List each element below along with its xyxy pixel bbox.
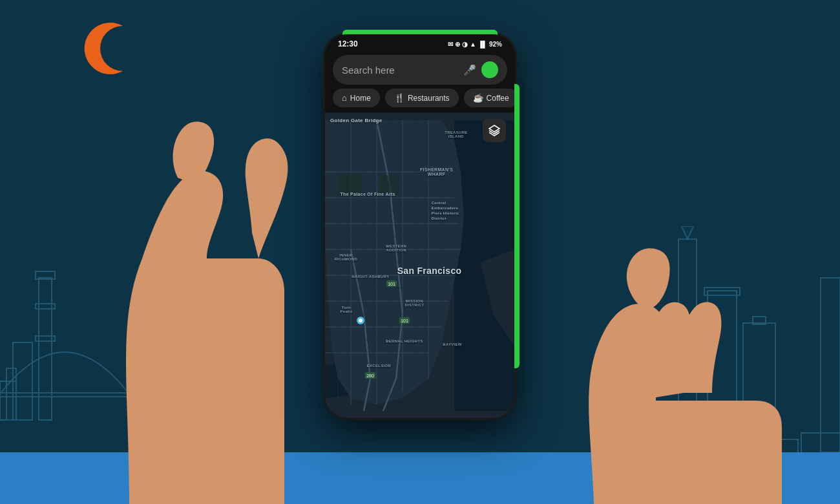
map-label-sf: San Francisco xyxy=(397,266,462,276)
status-icons: ✉ ⊕ ◑ ▲ ▐▌ 92% xyxy=(448,41,502,48)
chip-coffee[interactable]: ☕ Coffee xyxy=(464,89,515,107)
map-label-haight: HAIGHT-ASHBURY xyxy=(352,275,389,278)
map-label-gg-bridge: Golden Gate Bridge xyxy=(330,118,383,123)
svg-text:101: 101 xyxy=(401,319,408,323)
search-placeholder: Search here xyxy=(342,65,458,76)
chip-coffee-label: Coffee xyxy=(487,94,509,103)
map-label-western-addition: WESTERNADDITION xyxy=(386,244,406,252)
status-bar: 12:30 ✉ ⊕ ◑ ▲ ▐▌ 92% xyxy=(325,34,515,51)
svg-rect-24 xyxy=(821,278,840,452)
map-label-fishermans: FISHERMAN'SWHARF xyxy=(420,167,453,176)
map-label-embarcadero: CentralEmbarcaderoPiers HistoricDistrict xyxy=(432,201,459,221)
email-icon: ✉ xyxy=(448,41,453,48)
phone-screen: 12:30 ✉ ⊕ ◑ ▲ ▐▌ 92% Search here 🎤 xyxy=(325,34,515,418)
svg-rect-54 xyxy=(380,175,399,193)
search-bar[interactable]: Search here 🎤 xyxy=(333,55,507,85)
contrast-icon: ◑ xyxy=(462,41,468,48)
profile-button[interactable] xyxy=(481,61,498,78)
svg-text:101: 101 xyxy=(388,282,395,286)
chip-home[interactable]: ⌂ Home xyxy=(333,89,380,107)
map-label-bernal: BERNAL HEIGHTS xyxy=(386,339,423,343)
location-icon: ⊕ xyxy=(455,41,460,48)
wifi-icon: ▲ xyxy=(470,41,476,48)
signal-icon: ▐▌ xyxy=(478,41,487,48)
map-label-bayview: BAYVIEW xyxy=(443,342,462,346)
map-label-palace: The Palace Of Fine Arts xyxy=(341,192,395,196)
svg-point-56 xyxy=(359,319,362,322)
chip-restaurants-label: Restaurants xyxy=(408,94,450,103)
svg-text:280: 280 xyxy=(366,373,374,378)
restaurants-chip-icon: 🍴 xyxy=(394,93,404,103)
layers-button[interactable] xyxy=(483,119,506,142)
battery-text: 92% xyxy=(489,41,502,48)
map-label-inner-richmond: INNERRICHMOND xyxy=(335,253,357,261)
coffee-chip-icon: ☕ xyxy=(473,93,483,103)
left-hand xyxy=(78,65,349,504)
map-area[interactable]: 101 280 101 Golden Gate Bridge FISHERMAN… xyxy=(325,112,515,418)
map-label-treasure: TREASUREISLAND xyxy=(445,131,467,138)
map-label-twin-peaks: TwinPeaks xyxy=(341,306,353,313)
phone-outer: 12:30 ✉ ⊕ ◑ ▲ ▐▌ 92% Search here 🎤 xyxy=(323,32,517,420)
right-hand xyxy=(556,226,801,504)
map-label-excelsior: EXCELSIOR xyxy=(367,364,391,368)
chip-restaurants[interactable]: 🍴 Restaurants xyxy=(385,89,459,107)
svg-rect-7 xyxy=(0,381,16,420)
chip-home-label: Home xyxy=(350,94,371,103)
home-chip-icon: ⌂ xyxy=(342,93,347,103)
mic-icon: 🎤 xyxy=(463,64,476,76)
status-time: 12:30 xyxy=(338,39,358,48)
svg-rect-0 xyxy=(39,278,52,420)
svg-rect-6 xyxy=(6,368,16,420)
map-label-mission: MISSIONDISTRICT xyxy=(404,299,424,307)
chips-row: ⌂ Home 🍴 Restaurants ☕ Coffee 🍸 B xyxy=(325,89,515,112)
phone: 12:30 ✉ ⊕ ◑ ▲ ▐▌ 92% Search here 🎤 xyxy=(323,32,517,420)
